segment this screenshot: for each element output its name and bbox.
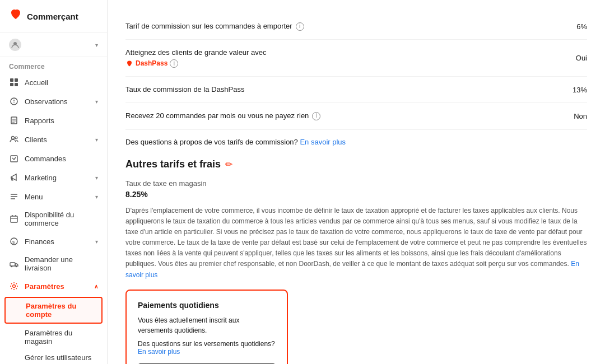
clients-icon	[9, 134, 19, 144]
svg-point-7	[13, 102, 15, 104]
account-chevron-icon: ▾	[95, 42, 98, 48]
marketing-icon	[9, 172, 19, 183]
commission-row-20orders: Recevez 20 commandes par mois ou vous ne…	[125, 103, 587, 129]
menu-icon	[9, 192, 19, 202]
sidebar-header: Commerçant	[0, 0, 107, 33]
svg-rect-3	[10, 83, 13, 86]
parametres-icon	[9, 281, 19, 291]
clients-chevron-icon: ▾	[95, 137, 98, 143]
sidebar-item-finances[interactable]: $ Finances ▾	[0, 232, 107, 251]
sidebar-item-parametres-magasin-label: Paramètres du magasin	[25, 329, 72, 346]
commandes-icon	[9, 153, 19, 164]
commission-row-takeout: Tarif de commission sur les commandes à …	[125, 13, 587, 40]
svg-rect-4	[15, 83, 18, 86]
daily-payments-question: Des questions sur les versements quotidi…	[138, 340, 276, 356]
daily-payments-title: Paiements quotidiens	[138, 301, 276, 310]
autres-tarifs-section-title: Autres tarifs et frais ✏	[125, 158, 587, 170]
tax-section: Taux de taxe en magasin 8.25% D'après l'…	[125, 179, 587, 281]
commission-row-dashpass-rate: Taux de commission de la DashPass 13%	[125, 77, 587, 103]
observations-icon	[9, 96, 19, 106]
sidebar-section-commerce: Commerce	[0, 57, 107, 73]
svg-rect-22	[10, 263, 15, 266]
sidebar-item-menu[interactable]: Menu ▾	[0, 187, 107, 206]
sidebar-item-observations-label: Observations	[25, 97, 90, 106]
sidebar-item-parametres-label: Paramètres	[25, 282, 89, 291]
commission-dashpass-value: Oui	[576, 54, 587, 62]
svg-rect-1	[10, 78, 13, 82]
svg-point-24	[16, 266, 17, 268]
svg-rect-2	[15, 78, 18, 82]
tax-value: 8.25%	[125, 190, 587, 199]
sidebar-item-gerer-utilisateurs-label: Gérer les utilisateurs	[25, 353, 91, 362]
doordash-logo-icon	[9, 8, 22, 25]
sidebar-item-parametres-magasin[interactable]: Paramètres du magasin	[0, 325, 107, 349]
observations-chevron-icon: ▾	[95, 99, 98, 105]
commission-dashpass-rate-value: 13%	[573, 86, 587, 94]
sidebar-item-clients-label: Clients	[25, 136, 90, 144]
daily-payments-box: Paiements quotidiens Vous êtes actuellem…	[125, 290, 288, 364]
daily-payments-learn-more-link[interactable]: En savoir plus	[138, 348, 180, 356]
sidebar-item-parametres-compte[interactable]: Paramètres du compte	[4, 297, 103, 324]
app-container: Commerçant ▾ Commerce Accueil Observa	[0, 0, 605, 364]
svg-point-25	[13, 285, 16, 288]
sidebar-item-marketing-label: Marketing	[25, 174, 90, 182]
sidebar-item-finances-label: Finances	[25, 237, 90, 246]
commission-dashpass-rate-label: Taux de commission de la DashPass	[125, 85, 244, 95]
daily-payments-enrolled-text: Vous êtes actuellement inscrit aux verse…	[138, 315, 276, 335]
commission-20orders-label: Recevez 20 commandes par mois ou vous ne…	[125, 111, 320, 121]
sidebar-item-marketing[interactable]: Marketing ▾	[0, 168, 107, 187]
svg-point-23	[11, 266, 13, 268]
sidebar-item-rapports[interactable]: Rapports	[0, 111, 107, 130]
sidebar-item-livraison[interactable]: Demander une livraison	[0, 251, 107, 277]
commission-question: Des questions à propos de vos tarifs de …	[125, 130, 587, 154]
sidebar-item-clients[interactable]: Clients ▾	[0, 130, 107, 149]
commission-rows: Tarif de commission sur les commandes à …	[125, 13, 587, 130]
disponibilite-icon	[9, 214, 19, 224]
finances-chevron-icon: ▾	[95, 239, 98, 245]
svg-rect-18	[11, 216, 17, 222]
sidebar-item-accueil-label: Accueil	[25, 78, 98, 87]
sidebar-item-menu-label: Menu	[25, 193, 90, 201]
sidebar: Commerçant ▾ Commerce Accueil Observa	[0, 0, 108, 364]
svg-point-12	[12, 137, 15, 139]
sidebar-item-parametres-compte-label: Paramètres du compte	[26, 302, 76, 319]
finances-icon: $	[9, 236, 19, 246]
edit-icon[interactable]: ✏	[225, 159, 232, 170]
sidebar-item-disponibilite-label: Disponibilité du commerce	[25, 211, 98, 227]
rapports-icon	[9, 115, 19, 125]
sidebar-item-commandes[interactable]: Commandes	[0, 149, 107, 168]
sidebar-item-gerer-utilisateurs[interactable]: Gérer les utilisateurs	[0, 349, 107, 364]
sidebar-item-observations[interactable]: Observations ▾	[0, 92, 107, 111]
20orders-info-icon[interactable]: i	[312, 112, 320, 120]
menu-chevron-icon: ▾	[95, 194, 98, 200]
takeout-info-icon[interactable]: i	[296, 22, 304, 31]
svg-point-13	[15, 137, 17, 139]
dashpass-info-icon[interactable]: i	[170, 59, 178, 68]
commission-learn-more-link[interactable]: En savoir plus	[300, 138, 346, 146]
commission-dashpass-label: Atteignez des clients de grande valeur a…	[125, 48, 267, 68]
sidebar-submenu-parametres: Paramètres du compte Paramètres du magas…	[0, 296, 107, 364]
sidebar-item-accueil[interactable]: Accueil	[0, 73, 107, 92]
tax-label: Taux de taxe en magasin	[125, 179, 587, 188]
account-avatar	[9, 39, 21, 51]
dashpass-brand-label: DashPass	[136, 59, 167, 68]
parametres-chevron-icon: ∧	[94, 283, 98, 290]
sidebar-item-disponibilite[interactable]: Disponibilité du commerce	[0, 206, 107, 232]
main-content: Tarif de commission sur les commandes à …	[108, 0, 605, 364]
sidebar-item-livraison-label: Demander une livraison	[25, 255, 98, 272]
commission-20orders-value: Non	[574, 112, 587, 120]
sidebar-brand-label: Commerçant	[27, 12, 78, 21]
livraison-icon	[9, 259, 19, 269]
marketing-chevron-icon: ▾	[95, 175, 98, 181]
sidebar-item-rapports-label: Rapports	[25, 116, 98, 125]
tax-description: D'après l'emplacement de votre commerce,…	[125, 206, 587, 281]
sidebar-item-commandes-label: Commandes	[25, 155, 98, 163]
sidebar-account[interactable]: ▾	[0, 33, 107, 57]
sidebar-item-parametres[interactable]: Paramètres ∧	[0, 277, 107, 296]
commission-takeout-value: 6%	[576, 22, 587, 31]
svg-text:$: $	[12, 240, 15, 245]
dashpass-badge: DashPass i	[125, 59, 267, 68]
autres-tarifs-heading: Autres tarifs et frais	[125, 158, 221, 170]
commission-row-dashpass: Atteignez des clients de grande valeur a…	[125, 40, 587, 77]
home-icon	[9, 77, 19, 87]
